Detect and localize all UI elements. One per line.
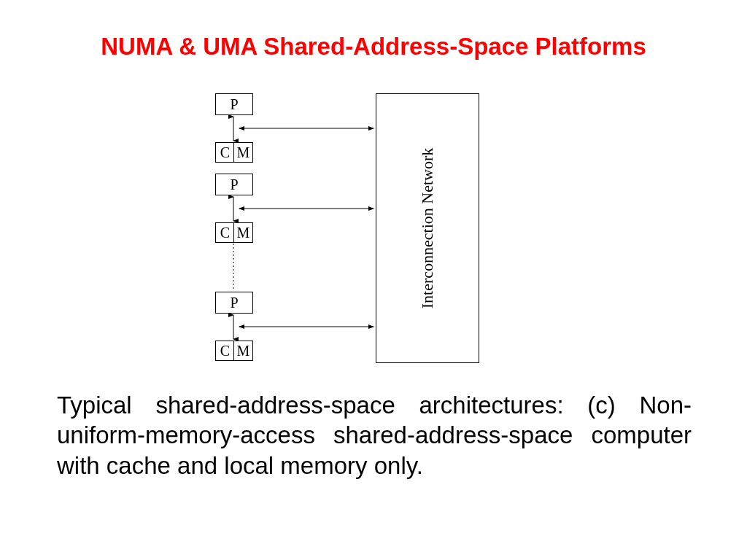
interconnection-network-box: Interconnection Network [376,93,479,363]
memory-box-3: M [233,341,253,361]
slide-title: NUMA & UMA Shared-Address-Space Platform… [0,33,747,61]
memory-box-1: M [233,142,253,163]
slide-caption: Typical shared-address-space architectur… [57,390,692,481]
cache-box-1: C [215,142,235,163]
memory-box-2: M [233,222,253,243]
cache-box-3: C [215,341,235,361]
processor-box-1: P [215,93,253,115]
architecture-diagram: P C M P C M P C M Interconnection Networ… [212,88,489,372]
interconnection-network-label: Interconnection Network [418,148,437,309]
processor-box-3: P [215,292,253,314]
cache-box-2: C [215,222,235,243]
processor-box-2: P [215,174,253,195]
